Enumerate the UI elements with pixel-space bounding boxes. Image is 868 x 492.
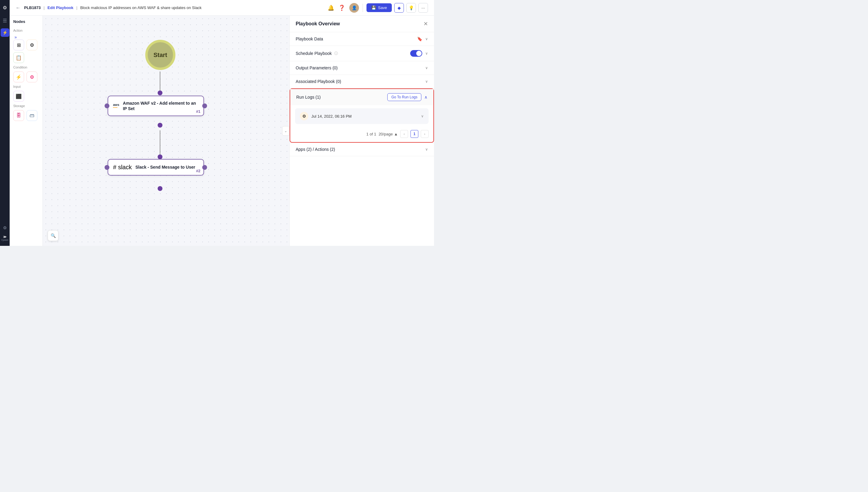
connector-dot-2 bbox=[158, 154, 162, 159]
associated-playbook-title: Associated Playbook (0) bbox=[296, 79, 341, 84]
sidebar: ⚙ ☰ ⚡ ⚙ ≫ Cyware bbox=[0, 0, 10, 246]
user-avatar[interactable]: 👤 bbox=[349, 3, 359, 13]
condition-label: Condition bbox=[13, 66, 39, 69]
output-params-chevron: ∨ bbox=[425, 66, 428, 70]
sidebar-active-item[interactable]: ⚡ bbox=[1, 28, 9, 37]
apps-actions-title: Apps (2) / Actions (2) bbox=[296, 147, 335, 152]
breadcrumb-edit: Edit Playbook bbox=[48, 5, 74, 10]
condition-icon-1[interactable]: ⚡ bbox=[13, 72, 24, 82]
node1-left-handle[interactable] bbox=[105, 103, 109, 108]
schedule-playbook-header[interactable]: Schedule Playbook ⓘ ∨ bbox=[290, 46, 434, 61]
action-label: Action bbox=[13, 29, 39, 32]
playbook-data-title: Playbook Data bbox=[296, 36, 323, 41]
action-icons-2: 📋 bbox=[13, 52, 39, 63]
sidebar-menu-icon[interactable]: ☰ bbox=[3, 18, 7, 24]
node1-right-handle[interactable] bbox=[202, 103, 207, 108]
input-section: Input ⬛ bbox=[10, 85, 43, 102]
topbar-right: 🔔 ❓ 👤 💾 Save ◆ 💡 ··· bbox=[327, 3, 428, 13]
apps-actions-header[interactable]: Apps (2) / Actions (2) ∨ bbox=[290, 143, 434, 156]
more-options-button[interactable]: ··· bbox=[418, 3, 428, 13]
breadcrumb-sep1: | bbox=[44, 5, 45, 10]
save-label: Save bbox=[378, 5, 387, 10]
topbar-left: ← PLB1873 | Edit Playbook | Block malici… bbox=[16, 5, 202, 10]
input-label: Input bbox=[13, 85, 39, 89]
storage-label: Storage bbox=[13, 104, 39, 108]
sidebar-gear-icon[interactable]: ⚙ bbox=[3, 5, 7, 10]
notification-icon[interactable]: 🔔 bbox=[327, 4, 334, 11]
per-page-chevron[interactable]: ▲ bbox=[394, 132, 398, 137]
help-icon[interactable]: ❓ bbox=[339, 4, 345, 11]
condition-icon-2[interactable]: ⚙ bbox=[27, 72, 37, 82]
canvas-collapse-button[interactable]: ⌄ bbox=[282, 126, 289, 136]
panel-title: Playbook Overview bbox=[296, 21, 340, 27]
diamond-button[interactable]: ◆ bbox=[394, 3, 404, 13]
zoom-control[interactable]: 🔍 bbox=[48, 230, 58, 241]
accordion-output-params: Output Parameters (0) ∨ bbox=[290, 61, 434, 75]
output-params-header[interactable]: Output Parameters (0) ∨ bbox=[290, 61, 434, 74]
run-log-item[interactable]: ⚙ Jul 14, 2022, 06:16 PM ∨ bbox=[295, 108, 428, 124]
log-item-left: ⚙ Jul 14, 2022, 06:16 PM bbox=[300, 112, 352, 120]
slack-logo: # slack bbox=[113, 164, 132, 171]
bookmark-icon[interactable]: 🔖 bbox=[417, 36, 422, 41]
playbook-data-chevron: ∨ bbox=[425, 37, 428, 41]
next-page-button[interactable]: › bbox=[421, 130, 428, 138]
start-node[interactable]: Start bbox=[145, 40, 176, 70]
schedule-toggle[interactable] bbox=[410, 50, 422, 57]
breadcrumb: PLB1873 | Edit Playbook | Block maliciou… bbox=[24, 5, 202, 10]
action-icon-3[interactable]: 📋 bbox=[13, 52, 24, 63]
prev-page-button[interactable]: ‹ bbox=[400, 130, 408, 138]
nodes-panel: Nodes Action » ⊞ ⚙ 📋 Condition ⚡ bbox=[10, 16, 43, 246]
accordion-playbook-data: Playbook Data 🔖 ∨ bbox=[290, 32, 434, 46]
connector-line-1 bbox=[160, 72, 160, 93]
topbar-divider bbox=[363, 4, 363, 12]
action-section: Action » ⊞ ⚙ 📋 bbox=[10, 29, 43, 63]
accordion-schedule-playbook: Schedule Playbook ⓘ ∨ bbox=[290, 46, 434, 61]
panel-header: Playbook Overview ✕ bbox=[290, 16, 434, 32]
input-icon-1[interactable]: ⬛ bbox=[13, 91, 24, 102]
condition-section: Condition ⚡ ⚙ bbox=[10, 66, 43, 82]
storage-icon-1[interactable]: 🗄 bbox=[13, 110, 24, 121]
connector-dot-bottom-2 bbox=[158, 186, 162, 191]
node1-title: Amazon WAF v2 - Add element to an IP Set bbox=[123, 100, 199, 111]
run-logs-title: Run Logs (1) bbox=[296, 95, 321, 100]
run-logs-section: Run Logs (1) Go To Run Logs ∧ ⚙ Jul 14, … bbox=[290, 89, 434, 143]
input-icons: ⬛ bbox=[13, 91, 39, 102]
node2-left-handle[interactable] bbox=[105, 165, 109, 170]
sidebar-settings-icon[interactable]: ⚙ bbox=[3, 225, 7, 230]
storage-icon-2[interactable]: 🗃 bbox=[27, 110, 37, 121]
content-area: Nodes Action » ⊞ ⚙ 📋 Condition ⚡ bbox=[10, 16, 434, 246]
action-node-2[interactable]: # slack Slack - Send Message to User #2 bbox=[108, 159, 204, 176]
playbook-data-right: 🔖 ∨ bbox=[417, 36, 428, 41]
playbook-data-header[interactable]: Playbook Data 🔖 ∨ bbox=[290, 32, 434, 46]
action-icon-2[interactable]: ⚙ bbox=[27, 40, 37, 50]
schedule-info-icon[interactable]: ⓘ bbox=[334, 51, 338, 56]
action-node-1[interactable]: aws ━━━ Amazon WAF v2 - Add element to a… bbox=[108, 96, 204, 116]
associated-playbook-chevron: ∨ bbox=[425, 79, 428, 83]
current-page-button[interactable]: 1 bbox=[411, 130, 418, 138]
save-button[interactable]: 💾 Save bbox=[367, 3, 392, 12]
log-gear-icon: ⚙ bbox=[300, 112, 308, 120]
right-panel: Playbook Overview ✕ Playbook Data 🔖 ∨ bbox=[289, 16, 434, 246]
save-icon: 💾 bbox=[371, 5, 376, 10]
action-icon-1[interactable]: ⊞ bbox=[13, 40, 24, 50]
node2-right-handle[interactable] bbox=[202, 165, 207, 170]
lightbulb-button[interactable]: 💡 bbox=[406, 3, 416, 13]
accordion-associated-playbook: Associated Playbook (0) ∨ bbox=[290, 75, 434, 89]
pagination: 1 of 1 20/page ▲ ‹ 1 › bbox=[290, 127, 433, 142]
connector-dot-bottom-1 bbox=[158, 123, 162, 128]
go-to-run-logs-button[interactable]: Go To Run Logs bbox=[387, 93, 421, 101]
nodes-panel-title: Nodes bbox=[10, 19, 43, 26]
start-label: Start bbox=[153, 52, 167, 58]
breadcrumb-sep2: | bbox=[76, 5, 77, 10]
run-logs-header: Run Logs (1) Go To Run Logs ∧ bbox=[290, 89, 433, 105]
panel-close-button[interactable]: ✕ bbox=[423, 21, 428, 27]
action-expand[interactable]: » bbox=[13, 35, 39, 40]
sidebar-logo: ≫ Cyware bbox=[1, 235, 8, 242]
log-item-chevron: ∨ bbox=[421, 114, 424, 118]
breadcrumb-id: PLB1873 bbox=[24, 5, 41, 10]
back-button[interactable]: ← bbox=[16, 5, 21, 10]
apps-actions-chevron: ∨ bbox=[425, 147, 428, 151]
schedule-playbook-title: Schedule Playbook ⓘ bbox=[296, 51, 338, 56]
associated-playbook-header[interactable]: Associated Playbook (0) ∨ bbox=[290, 75, 434, 88]
topbar-user-area: 🔔 ❓ 👤 bbox=[327, 3, 359, 13]
